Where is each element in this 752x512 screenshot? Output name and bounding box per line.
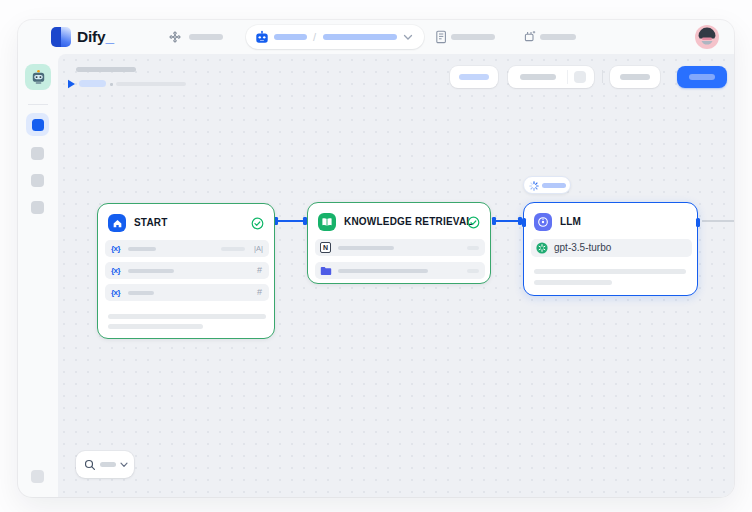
workflow-canvas[interactable]: START {x} |A| {x} # {x} # (58, 54, 734, 497)
variable-name-placeholder (128, 269, 174, 274)
node-knowledge-retrieval[interactable]: KNOWLEDGE RETRIEVAL N (307, 202, 491, 284)
success-check-icon (251, 217, 264, 230)
workflow-active-glyph (32, 119, 44, 131)
variable-value-placeholder (221, 247, 245, 252)
publish-label-placeholder (689, 74, 715, 80)
toolbar-divider (602, 70, 603, 83)
edge-llm-next (702, 220, 734, 222)
variable-row: {x} |A| (105, 240, 269, 257)
variable-type-number: # (257, 284, 262, 301)
top-header: Dify_ / (18, 20, 734, 54)
model-row[interactable]: gpt-3.5-turbo (531, 239, 692, 257)
app-window: Dify_ / (18, 20, 734, 497)
app-selector-separator: / (313, 25, 316, 49)
sidebar-item-bottom[interactable] (31, 470, 44, 483)
edge-cap (518, 217, 522, 225)
notebook-icon (435, 30, 447, 44)
nav-explore-label-placeholder (189, 34, 223, 40)
node-title: LLM (560, 213, 581, 231)
node-running-badge (523, 176, 571, 194)
llm-input-handle[interactable] (522, 218, 526, 227)
variable-icon: {x} (111, 240, 120, 257)
app-robot-icon (30, 69, 47, 86)
zoom-search-icon (84, 459, 96, 471)
variable-icon: {x} (111, 284, 120, 301)
model-name: gpt-3.5-turbo (554, 239, 611, 257)
knowledge-source-row: N (315, 239, 485, 256)
variable-row: {x} # (105, 262, 269, 279)
llm-output-handle[interactable] (696, 218, 700, 227)
group-separator (567, 70, 568, 84)
success-check-icon (467, 216, 480, 229)
running-label-placeholder (542, 183, 566, 188)
preview-label-placeholder (620, 74, 650, 80)
nav-docs[interactable] (435, 30, 515, 45)
variable-icon: {x} (111, 262, 120, 279)
run-play-icon[interactable] (67, 79, 76, 89)
workflow-title-placeholder (76, 67, 136, 72)
variable-name-placeholder (128, 291, 154, 296)
sidebar-divider (28, 104, 48, 105)
node-title: START (134, 214, 168, 232)
variable-type-number: # (257, 262, 262, 279)
node-start[interactable]: START {x} |A| {x} # {x} # (97, 203, 275, 339)
toolbar-publish-button[interactable] (677, 66, 727, 88)
variable-type-string: |A| (254, 240, 263, 257)
variable-name-placeholder (128, 247, 156, 252)
plugin-icon (523, 30, 536, 43)
spinner-icon (529, 181, 539, 191)
edge-start-knowledge (277, 220, 305, 222)
nav-plugins-label-placeholder (540, 34, 576, 40)
source-meta-placeholder (467, 246, 479, 251)
app-selector[interactable]: / (246, 25, 424, 49)
home-icon (108, 214, 126, 232)
source-meta-placeholder (467, 269, 479, 274)
sidebar-item-1[interactable] (31, 147, 44, 160)
llm-icon (534, 213, 552, 231)
features-label-placeholder (459, 74, 489, 80)
user-avatar[interactable] (695, 25, 719, 49)
node-description-placeholder (534, 269, 686, 274)
sidebar-item-workflow-active[interactable] (26, 113, 49, 136)
variable-row: {x} # (105, 284, 269, 301)
logo-cursor: _ (105, 28, 113, 45)
source-name-placeholder (338, 269, 428, 274)
node-description-placeholder (108, 314, 266, 319)
knowledge-source-row (315, 262, 485, 279)
node-description-placeholder (534, 280, 612, 285)
notion-letter: N (323, 244, 328, 251)
run-label-placeholder (520, 74, 556, 80)
sidebar-item-3[interactable] (31, 201, 44, 214)
logo-wordmark: Dify_ (77, 20, 114, 54)
sidebar-app-tile[interactable] (25, 64, 51, 90)
edge-cap (303, 217, 307, 225)
history-icon-button[interactable] (574, 71, 586, 83)
zoom-value-placeholder (100, 462, 116, 467)
toolbar-preview-button[interactable] (610, 66, 660, 88)
explore-nodes-icon (169, 31, 181, 43)
robot-app-icon (255, 30, 269, 44)
left-sidebar (18, 54, 58, 497)
openai-icon (536, 242, 548, 254)
app-name-placeholder (274, 34, 307, 40)
chevron-down-icon[interactable] (120, 462, 128, 468)
nav-plugins[interactable] (523, 30, 593, 45)
notion-page-icon: N (320, 242, 331, 253)
logo-text: Dify (77, 28, 105, 45)
sidebar-item-2[interactable] (31, 174, 44, 187)
folder-icon (320, 266, 332, 276)
workflow-name-placeholder (323, 34, 397, 40)
dify-logo-icon (51, 27, 71, 47)
run-status-placeholder[interactable] (79, 80, 106, 87)
node-title: KNOWLEDGE RETRIEVAL (344, 213, 473, 231)
zoom-control[interactable] (76, 451, 134, 478)
chevron-down-icon[interactable] (403, 34, 413, 41)
toolbar-run-history-group[interactable] (508, 66, 594, 88)
node-description-placeholder (108, 324, 203, 329)
dify-logo-right (61, 27, 71, 47)
node-llm[interactable]: LLM gpt-3.5-turbo (523, 202, 698, 296)
dify-logo-left (51, 27, 61, 47)
run-meta-placeholder (116, 82, 186, 86)
source-name-placeholder (338, 246, 394, 251)
toolbar-features-button[interactable] (450, 66, 498, 88)
